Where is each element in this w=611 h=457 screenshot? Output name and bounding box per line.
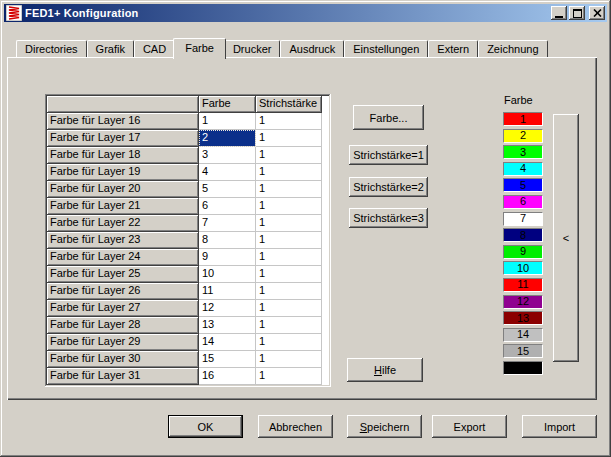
farbe-cell[interactable]: 9 (199, 249, 256, 266)
grid-row: Farbe für Layer 2161 (47, 198, 329, 215)
grid-row: Farbe für Layer 28131 (47, 317, 329, 334)
row-header: Farbe für Layer 28 (47, 317, 199, 334)
strichstaerke-cell[interactable]: 1 (256, 130, 322, 147)
color-swatch-9[interactable]: 9 (503, 245, 543, 259)
swatch-number: 8 (520, 230, 526, 241)
farbe-cell[interactable]: 4 (199, 164, 256, 181)
color-swatch-12[interactable]: 12 (503, 295, 543, 309)
tab-directories[interactable]: Directories (16, 40, 87, 57)
strichstaerke-cell[interactable]: 1 (256, 198, 322, 215)
strichstaerke-cell[interactable]: 1 (256, 334, 322, 351)
color-swatch-3[interactable]: 3 (503, 145, 543, 159)
layer-color-grid: FarbeStrichstärkeFarbe für Layer 1611Far… (45, 94, 331, 387)
color-swatch-7[interactable]: 7 (503, 212, 543, 226)
abbrechen-button[interactable]: Abbrechen (258, 415, 333, 438)
maximize-icon (573, 9, 582, 18)
farbe-cell[interactable]: 10 (199, 266, 256, 283)
color-swatch-15[interactable]: 15 (503, 344, 543, 358)
farbe-cell[interactable]: 1 (199, 113, 256, 130)
window-title: FED1+ Konfiguration (25, 7, 551, 19)
strichstaerke-cell[interactable]: 1 (256, 249, 322, 266)
grid-row: Farbe für Layer 2051 (47, 181, 329, 198)
color-swatch-2[interactable]: 2 (503, 129, 543, 143)
color-swatch-6[interactable]: 6 (503, 195, 543, 209)
strichstaerke-cell[interactable]: 1 (256, 215, 322, 232)
ok-button[interactable]: OK (168, 415, 243, 438)
palette-label: Farbe (504, 94, 533, 106)
farbe-cell[interactable]: 6 (199, 198, 256, 215)
farbe-cell[interactable]: 14 (199, 334, 256, 351)
strichstaerke-cell[interactable]: 1 (256, 232, 322, 249)
swatch-number: 6 (520, 196, 526, 207)
farbe-cell[interactable]: 2 (199, 130, 256, 147)
strichstaerke-2-button[interactable]: Strichstärke=2 (349, 177, 428, 197)
strichstaerke-cell[interactable]: 1 (256, 300, 322, 317)
minimize-button[interactable] (551, 6, 567, 20)
strichstaerke-cell[interactable]: 1 (256, 266, 322, 283)
grid-row: Farbe für Layer 25101 (47, 266, 329, 283)
grid-row: Farbe für Layer 1941 (47, 164, 329, 181)
farbe-cell[interactable]: 13 (199, 317, 256, 334)
color-swatch-5[interactable]: 5 (503, 178, 543, 192)
column-header-farbe: Farbe (199, 96, 256, 113)
farbe-cell[interactable]: 16 (199, 368, 256, 385)
tab-ausdruck[interactable]: Ausdruck (280, 40, 344, 57)
tab-grafik[interactable]: Grafik (87, 40, 134, 57)
grid-row: Farbe für Layer 29141 (47, 334, 329, 351)
grid-row: Farbe für Layer 26111 (47, 283, 329, 300)
export-button[interactable]: Export (432, 415, 507, 438)
strichstaerke-cell[interactable]: 1 (256, 181, 322, 198)
swatch-number: 7 (520, 213, 526, 224)
row-header: Farbe für Layer 17 (47, 130, 199, 147)
color-swatch-14[interactable]: 14 (503, 328, 543, 342)
swatch-number: 11 (517, 279, 528, 290)
grid-corner-cell (47, 96, 199, 113)
strichstaerke-3-button[interactable]: Strichstärke=3 (349, 208, 428, 228)
color-swatch-11[interactable]: 11 (503, 278, 543, 292)
color-swatch-4[interactable]: 4 (503, 162, 543, 176)
tab-farbe[interactable]: Farbe (173, 38, 226, 59)
color-swatch-16[interactable]: 16 (503, 361, 543, 375)
grid-row: Farbe für Layer 1611 (47, 113, 329, 130)
strichstaerke-cell[interactable]: 1 (256, 283, 322, 300)
swatch-number: 15 (517, 346, 529, 357)
farbe-cell[interactable]: 7 (199, 215, 256, 232)
strichstaerke-cell[interactable]: 1 (256, 351, 322, 368)
hilfe-button[interactable]: Hilfe (347, 358, 423, 382)
swatch-number: 12 (517, 296, 529, 307)
tab-drucker[interactable]: Drucker (224, 40, 281, 57)
farbe-cell[interactable]: 3 (199, 147, 256, 164)
strichstaerke-cell[interactable]: 1 (256, 147, 322, 164)
row-header: Farbe für Layer 29 (47, 334, 199, 351)
speichern-button[interactable]: Speichern (347, 415, 422, 438)
grid-row: Farbe für Layer 1831 (47, 147, 329, 164)
color-swatch-10[interactable]: 10 (503, 261, 543, 275)
strichstaerke-cell[interactable]: 1 (256, 368, 322, 385)
tab-einstellungen[interactable]: Einstellungen (344, 40, 428, 57)
strichstaerke-cell[interactable]: 1 (256, 164, 322, 181)
farbe-cell[interactable]: 12 (199, 300, 256, 317)
swatch-number: 14 (517, 329, 529, 340)
palette-collapse-button[interactable]: < (553, 114, 579, 362)
farbe-cell[interactable]: 11 (199, 283, 256, 300)
maximize-button[interactable] (569, 6, 585, 20)
color-swatch-1[interactable]: 1 (503, 112, 543, 126)
farbe-cell[interactable]: 5 (199, 181, 256, 198)
strichstaerke-cell[interactable]: 1 (256, 113, 322, 130)
strichstaerke-1-button[interactable]: Strichstärke=1 (349, 145, 428, 165)
farbe-cell[interactable]: 15 (199, 351, 256, 368)
import-button[interactable]: Import (522, 415, 597, 438)
farbe-button[interactable]: Farbe... (353, 105, 424, 130)
row-header: Farbe für Layer 20 (47, 181, 199, 198)
tab-cad[interactable]: CAD (134, 40, 175, 57)
tab-zeichnung[interactable]: Zeichnung (478, 40, 547, 57)
color-swatch-13[interactable]: 13 (503, 311, 543, 325)
farbe-cell[interactable]: 8 (199, 232, 256, 249)
strichstaerke-cell[interactable]: 1 (256, 317, 322, 334)
column-header-strichstärke: Strichstärke (256, 96, 322, 113)
color-swatch-8[interactable]: 8 (503, 228, 543, 242)
swatch-number: 10 (517, 263, 529, 274)
titlebar: FED1+ Konfiguration (4, 4, 607, 22)
close-button[interactable] (589, 6, 605, 20)
tab-extern[interactable]: Extern (428, 40, 478, 57)
